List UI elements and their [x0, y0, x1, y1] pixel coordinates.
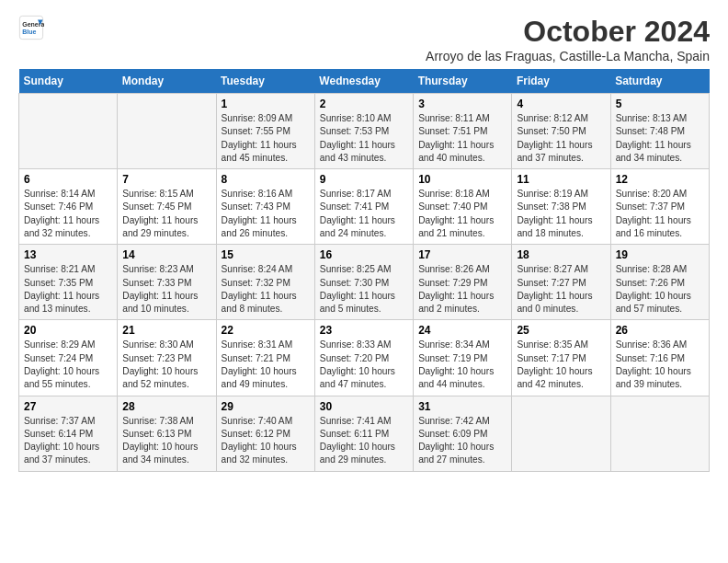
- day-info: Sunrise: 7:40 AMSunset: 6:12 PMDaylight:…: [222, 415, 310, 467]
- day-number: 1: [222, 98, 310, 110]
- calendar-cell: [512, 396, 610, 471]
- calendar-week-2: 6Sunrise: 8:14 AMSunset: 7:46 PMDaylight…: [19, 169, 710, 245]
- day-info: Sunrise: 8:13 AMSunset: 7:48 PMDaylight:…: [616, 112, 704, 165]
- calendar-cell: 18Sunrise: 8:27 AMSunset: 7:27 PMDayligh…: [512, 245, 610, 320]
- calendar-cell: 24Sunrise: 8:34 AMSunset: 7:19 PMDayligh…: [414, 320, 512, 396]
- title-area: October 2024 Arroyo de las Fraguas, Cast…: [426, 15, 710, 63]
- calendar-cell: 11Sunrise: 8:19 AMSunset: 7:38 PMDayligh…: [512, 169, 610, 245]
- calendar-cell: 31Sunrise: 7:42 AMSunset: 6:09 PMDayligh…: [414, 396, 512, 471]
- day-info: Sunrise: 8:12 AMSunset: 7:50 PMDaylight:…: [517, 112, 605, 165]
- day-number: 30: [320, 400, 408, 413]
- day-number: 4: [517, 98, 605, 110]
- day-info: Sunrise: 8:11 AMSunset: 7:51 PMDaylight:…: [418, 112, 506, 165]
- logo: General Blue General Blue: [18, 15, 44, 40]
- day-number: 12: [616, 173, 704, 186]
- day-number: 26: [616, 324, 704, 337]
- day-info: Sunrise: 7:42 AMSunset: 6:09 PMDaylight:…: [418, 415, 506, 467]
- day-number: 3: [418, 98, 506, 110]
- day-info: Sunrise: 8:14 AMSunset: 7:46 PMDaylight:…: [24, 188, 112, 240]
- calendar-week-3: 13Sunrise: 8:21 AMSunset: 7:35 PMDayligh…: [19, 245, 710, 320]
- day-number: 25: [517, 324, 605, 337]
- calendar-cell: 12Sunrise: 8:20 AMSunset: 7:37 PMDayligh…: [610, 169, 709, 245]
- calendar-cell: 19Sunrise: 8:28 AMSunset: 7:26 PMDayligh…: [610, 245, 709, 320]
- day-number: 22: [222, 324, 310, 337]
- calendar-cell: 10Sunrise: 8:18 AMSunset: 7:40 PMDayligh…: [414, 169, 512, 245]
- day-number: 27: [24, 400, 112, 413]
- day-info: Sunrise: 8:25 AMSunset: 7:30 PMDaylight:…: [320, 263, 408, 316]
- calendar-cell: 27Sunrise: 7:37 AMSunset: 6:14 PMDayligh…: [19, 396, 118, 471]
- calendar-cell: 28Sunrise: 7:38 AMSunset: 6:13 PMDayligh…: [118, 396, 216, 471]
- day-number: 21: [122, 324, 210, 337]
- day-info: Sunrise: 8:36 AMSunset: 7:16 PMDaylight:…: [616, 339, 704, 391]
- day-number: 13: [24, 248, 112, 261]
- calendar-cell: 13Sunrise: 8:21 AMSunset: 7:35 PMDayligh…: [19, 245, 118, 320]
- calendar-cell: 2Sunrise: 8:10 AMSunset: 7:53 PMDaylight…: [314, 94, 413, 169]
- calendar-cell: 5Sunrise: 8:13 AMSunset: 7:48 PMDaylight…: [610, 94, 709, 169]
- day-info: Sunrise: 8:15 AMSunset: 7:45 PMDaylight:…: [122, 188, 210, 240]
- day-info: Sunrise: 8:28 AMSunset: 7:26 PMDaylight:…: [616, 263, 704, 316]
- day-info: Sunrise: 8:20 AMSunset: 7:37 PMDaylight:…: [616, 188, 704, 240]
- calendar-cell: 14Sunrise: 8:23 AMSunset: 7:33 PMDayligh…: [118, 245, 216, 320]
- calendar-week-5: 27Sunrise: 7:37 AMSunset: 6:14 PMDayligh…: [19, 396, 710, 471]
- calendar-cell: 30Sunrise: 7:41 AMSunset: 6:11 PMDayligh…: [314, 396, 413, 471]
- day-number: 29: [222, 400, 310, 413]
- day-info: Sunrise: 7:38 AMSunset: 6:13 PMDaylight:…: [122, 415, 210, 467]
- calendar-cell: [19, 94, 118, 169]
- day-info: Sunrise: 8:31 AMSunset: 7:21 PMDaylight:…: [222, 339, 310, 391]
- calendar-cell: 29Sunrise: 7:40 AMSunset: 6:12 PMDayligh…: [216, 396, 314, 471]
- day-info: Sunrise: 7:41 AMSunset: 6:11 PMDaylight:…: [320, 415, 408, 467]
- day-number: 14: [122, 248, 210, 261]
- day-number: 16: [320, 248, 408, 261]
- day-info: Sunrise: 8:29 AMSunset: 7:24 PMDaylight:…: [24, 339, 112, 391]
- calendar-header-row: SundayMondayTuesdayWednesdayThursdayFrid…: [19, 69, 710, 94]
- location-subtitle: Arroyo de las Fraguas, Castille-La Manch…: [426, 49, 710, 63]
- day-info: Sunrise: 8:33 AMSunset: 7:20 PMDaylight:…: [320, 339, 408, 391]
- day-number: 2: [320, 98, 408, 110]
- day-number: 18: [517, 248, 605, 261]
- calendar-cell: 16Sunrise: 8:25 AMSunset: 7:30 PMDayligh…: [314, 245, 413, 320]
- day-info: Sunrise: 8:16 AMSunset: 7:43 PMDaylight:…: [222, 188, 310, 240]
- day-info: Sunrise: 8:27 AMSunset: 7:27 PMDaylight:…: [517, 263, 605, 316]
- col-header-thursday: Thursday: [414, 69, 512, 94]
- col-header-tuesday: Tuesday: [216, 69, 314, 94]
- day-number: 9: [320, 173, 408, 186]
- day-number: 31: [418, 400, 506, 413]
- day-number: 6: [24, 173, 112, 186]
- calendar-cell: 22Sunrise: 8:31 AMSunset: 7:21 PMDayligh…: [216, 320, 314, 396]
- day-number: 20: [24, 324, 112, 337]
- col-header-saturday: Saturday: [610, 69, 709, 94]
- calendar-cell: 21Sunrise: 8:30 AMSunset: 7:23 PMDayligh…: [118, 320, 216, 396]
- calendar-cell: 26Sunrise: 8:36 AMSunset: 7:16 PMDayligh…: [610, 320, 709, 396]
- day-number: 5: [616, 98, 704, 110]
- calendar-cell: 1Sunrise: 8:09 AMSunset: 7:55 PMDaylight…: [216, 94, 314, 169]
- calendar-cell: 25Sunrise: 8:35 AMSunset: 7:17 PMDayligh…: [512, 320, 610, 396]
- calendar-cell: 6Sunrise: 8:14 AMSunset: 7:46 PMDaylight…: [19, 169, 118, 245]
- day-number: 8: [222, 173, 310, 186]
- day-info: Sunrise: 7:37 AMSunset: 6:14 PMDaylight:…: [24, 415, 112, 467]
- day-number: 23: [320, 324, 408, 337]
- day-info: Sunrise: 8:09 AMSunset: 7:55 PMDaylight:…: [222, 112, 310, 165]
- calendar-cell: 9Sunrise: 8:17 AMSunset: 7:41 PMDaylight…: [314, 169, 413, 245]
- calendar-cell: 20Sunrise: 8:29 AMSunset: 7:24 PMDayligh…: [19, 320, 118, 396]
- day-number: 24: [418, 324, 506, 337]
- day-info: Sunrise: 8:24 AMSunset: 7:32 PMDaylight:…: [222, 263, 310, 316]
- day-info: Sunrise: 8:23 AMSunset: 7:33 PMDaylight:…: [122, 263, 210, 316]
- day-info: Sunrise: 8:19 AMSunset: 7:38 PMDaylight:…: [517, 188, 605, 240]
- day-number: 15: [222, 248, 310, 261]
- header: General Blue General Blue October 2024 A…: [18, 15, 710, 63]
- day-info: Sunrise: 8:30 AMSunset: 7:23 PMDaylight:…: [122, 339, 210, 391]
- calendar-cell: [610, 396, 709, 471]
- day-number: 19: [616, 248, 704, 261]
- day-info: Sunrise: 8:21 AMSunset: 7:35 PMDaylight:…: [24, 263, 112, 316]
- svg-rect-0: [19, 16, 42, 39]
- col-header-monday: Monday: [118, 69, 216, 94]
- day-info: Sunrise: 8:35 AMSunset: 7:17 PMDaylight:…: [517, 339, 605, 391]
- day-number: 10: [418, 173, 506, 186]
- day-number: 11: [517, 173, 605, 186]
- col-header-wednesday: Wednesday: [314, 69, 413, 94]
- col-header-friday: Friday: [512, 69, 610, 94]
- logo-icon: General Blue: [18, 15, 44, 40]
- calendar-week-1: 1Sunrise: 8:09 AMSunset: 7:55 PMDaylight…: [19, 94, 710, 169]
- month-title: October 2024: [426, 15, 710, 49]
- calendar-table: SundayMondayTuesdayWednesdayThursdayFrid…: [18, 69, 710, 472]
